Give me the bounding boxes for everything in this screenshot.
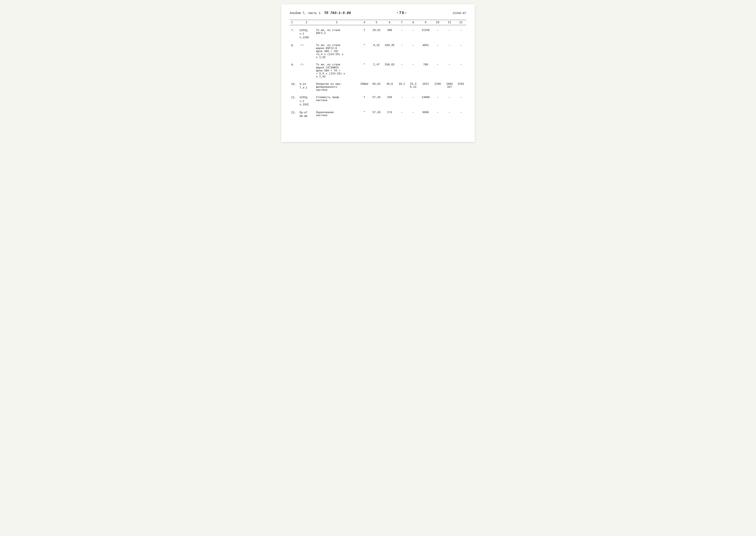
row-desc-5: Оцинкованиенастила (315, 110, 359, 119)
album-label: Альбом 7, часть 1 (290, 12, 321, 15)
spacer-row (290, 25, 466, 28)
row-num-0: 7. (290, 28, 298, 40)
row-desc-2: То же, из сталимарки I472АФI5Цена 380 + … (315, 63, 359, 79)
row-col11-5: – (443, 110, 456, 119)
col-header-11: II (443, 20, 456, 25)
row-num-4: II. (290, 95, 298, 107)
spacer-row (290, 60, 466, 63)
spacer-row (290, 79, 466, 82)
col-header-3: 3 (315, 20, 359, 25)
col-header-6: 6 (383, 20, 396, 25)
row-num-5: I2. (290, 110, 298, 119)
table-row: I2.Пр-нТ06-08Оцинкованиенастила"57,45I74… (290, 110, 466, 119)
col-header-2: 2 (298, 20, 315, 25)
spacer-row (290, 92, 466, 95)
row-num-2: 9. (290, 63, 298, 79)
row-col5-3: 65,62 (370, 82, 383, 92)
page-number: -75- (396, 11, 407, 15)
row-col7-3: I8,I (396, 82, 407, 92)
row-col12-2: – (456, 63, 466, 79)
col-header-8: 8 (407, 20, 419, 25)
row-col8-3: I5,35,13 (407, 82, 419, 92)
row-col7-1: – (396, 43, 407, 60)
row-col12-4: – (456, 95, 466, 107)
row-col9-0: II256 (419, 28, 432, 40)
row-col5-5: 57,45 (370, 110, 383, 119)
row-unit-1: " (359, 43, 370, 60)
row-unit-4: Т (359, 95, 370, 107)
row-col9-4: I4880 (419, 95, 432, 107)
row-col11-4: – (443, 95, 456, 107)
table-row: 9.–"–То же, из сталимарки I472АФI5Цена 3… (290, 63, 466, 79)
row-col5-0: 29,62 (370, 28, 383, 40)
row-unit-2: " (359, 63, 370, 79)
row-ref-0: ССРСЦч.Iп.2I06 (298, 28, 315, 40)
doc-code: 21546-07 (453, 12, 466, 15)
main-table-container: I 2 3 4 5 6 7 8 9 IO II I2 7.ССРСЦч.Iп.2… (290, 20, 466, 119)
header-left: Альбом 7, часть 1 ТП 703-1-5.86 (290, 11, 351, 15)
row-col5-4: 57,45 (370, 95, 383, 107)
row-unit-0: Т (359, 28, 370, 40)
row-ref-4: ССРСЦч.2п.I93I (298, 95, 315, 107)
row-col10-1: – (432, 43, 443, 60)
row-col6-0: 380 (383, 28, 396, 40)
doc-number: ТП 703-1-5.86 (324, 11, 351, 15)
row-ref-5: Пр-нТ06-08 (298, 110, 315, 119)
row-col5-1: 9,22 (370, 43, 383, 60)
row-col9-2: 780 (419, 63, 432, 79)
row-col8-5: – (407, 110, 419, 119)
row-col6-1: 439,35 (383, 43, 396, 60)
row-col6-3: 39,8 (383, 82, 396, 92)
table-row: 7.ССРСЦч.Iп.2I06То же, из стали09Г2-2Т29… (290, 28, 466, 40)
row-col11-3: I004337 (443, 82, 456, 92)
row-col8-4: – (407, 95, 419, 107)
row-col11-1: – (443, 43, 456, 60)
col-header-7: 7 (396, 20, 407, 25)
row-col7-2: – (396, 63, 407, 79)
row-col9-1: 405I (419, 43, 432, 60)
row-col8-1: – (407, 43, 419, 60)
table-row: II.ССРСЦч.2п.I93IСтоимость проф-настилаТ… (290, 95, 466, 107)
row-col5-2: I,47 (370, 63, 383, 79)
row-col6-2: 530,65 (383, 63, 396, 79)
row-col11-0: – (443, 28, 456, 40)
spacer-row (290, 107, 466, 110)
row-ref-2: –"– (298, 63, 315, 79)
table-row: IO.9-24Т.4-IПокрытие из про-филированног… (290, 82, 466, 92)
row-col7-0: – (396, 28, 407, 40)
row-unit-3: I00м2 (359, 82, 370, 92)
col-header-10: IO (432, 20, 443, 25)
row-col7-5: – (396, 110, 407, 119)
col-header-5: 5 (370, 20, 383, 25)
row-num-1: 8. (290, 43, 298, 60)
col-header-1: I (290, 20, 298, 25)
col-header-9: 9 (419, 20, 432, 25)
row-col12-0: – (456, 28, 466, 40)
row-col12-3: 2I92 (456, 82, 466, 92)
row-num-3: IO. (290, 82, 298, 92)
row-ref-1: –"– (298, 43, 315, 60)
row-desc-0: То же, из стали09Г2-2 (315, 28, 359, 40)
row-desc-4: Стоимость проф-настила (315, 95, 359, 107)
row-col7-4: – (396, 95, 407, 107)
page: Альбом 7, часть 1 ТП 703-1-5.86 -75- 215… (281, 4, 475, 142)
row-desc-3: Покрытие из про-филированногонастила (315, 82, 359, 92)
row-col8-0: – (407, 28, 419, 40)
row-col11-2: – (443, 63, 456, 79)
table-row: 8.–"–То же, из сталимарки 09ГС2-6Цена 38… (290, 43, 466, 60)
row-col9-5: 9996 (419, 110, 432, 119)
row-desc-1: То же, из сталимарки 09ГС2-6Цена 380 + 2… (315, 43, 359, 60)
spacer-row (290, 40, 466, 43)
main-table: I 2 3 4 5 6 7 8 9 IO II I2 7.ССРСЦч.Iп.2… (290, 20, 466, 119)
page-header: Альбом 7, часть 1 ТП 703-1-5.86 -75- 215… (290, 11, 466, 16)
row-col12-5: – (456, 110, 466, 119)
row-col10-4: – (432, 95, 443, 107)
row-col6-5: I74 (383, 110, 396, 119)
col-header-12: I2 (456, 20, 466, 25)
row-col10-5: – (432, 110, 443, 119)
row-col6-4: 259 (383, 95, 396, 107)
col-header-4: 4 (359, 20, 370, 25)
row-col8-2: – (407, 63, 419, 79)
row-ref-3: 9-24Т.4-I (298, 82, 315, 92)
row-unit-5: " (359, 110, 370, 119)
